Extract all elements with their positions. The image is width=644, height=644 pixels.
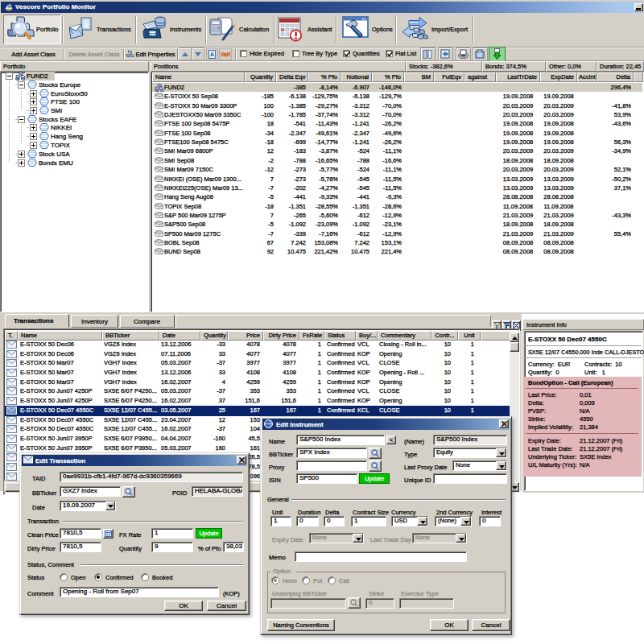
svg-text:A: A [210,52,214,57]
